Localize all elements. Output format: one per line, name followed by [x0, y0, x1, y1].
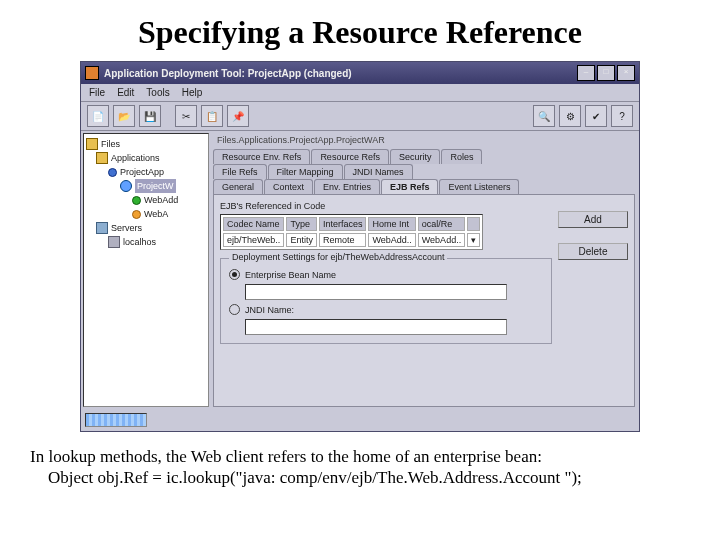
bean-icon [132, 196, 141, 205]
delete-button[interactable]: Delete [558, 243, 628, 260]
radio-bean-name[interactable] [229, 269, 240, 280]
radio-jndi-name-label: JNDI Name: [245, 305, 294, 315]
tabs-row-1: Resource Env. Refs Resource Refs Securit… [213, 149, 635, 164]
body-line-2: Object obj.Ref = ic.lookup("java: comp/e… [30, 467, 690, 488]
col-last[interactable] [467, 217, 480, 231]
tree-weba[interactable]: WebA [144, 207, 168, 221]
search-icon[interactable]: 🔍 [533, 105, 555, 127]
cut-icon[interactable]: ✂ [175, 105, 197, 127]
deploy-icon[interactable]: ⚙ [559, 105, 581, 127]
tab-resource-refs[interactable]: Resource Refs [311, 149, 389, 164]
folder-icon [86, 138, 98, 150]
tree-servers[interactable]: Servers [111, 221, 142, 235]
breadcrumb: Files.Applications.ProjectApp.ProjectWAR [213, 133, 635, 147]
verify-icon[interactable]: ✔ [585, 105, 607, 127]
status-bar [81, 413, 639, 427]
close-button[interactable]: × [617, 65, 635, 81]
tab-env-entries[interactable]: Env. Entries [314, 179, 380, 194]
tab-context[interactable]: Context [264, 179, 313, 194]
col-interfaces[interactable]: Interfaces [319, 217, 367, 231]
tabs-row-3: General Context Env. Entries EJB Refs Ev… [213, 179, 635, 194]
tab-jndi-names[interactable]: JNDI Names [344, 164, 413, 179]
ejb-refs-panel: EJB's Referenced in Code Codec Name Type… [213, 194, 635, 407]
col-local-re[interactable]: ocal/Re [418, 217, 465, 231]
app-window: Application Deployment Tool: ProjectApp … [80, 61, 640, 432]
cell-local[interactable]: WebAdd.. [418, 233, 465, 247]
tab-resource-env-refs[interactable]: Resource Env. Refs [213, 149, 310, 164]
table-row[interactable]: ejb/TheWeb.. Entity Remote WebAdd.. WebA… [223, 233, 480, 247]
radio-jndi-name[interactable] [229, 304, 240, 315]
add-button[interactable]: Add [558, 211, 628, 228]
deployment-legend: Deployment Settings for ejb/TheWebAddres… [229, 252, 447, 262]
tab-security[interactable]: Security [390, 149, 441, 164]
cell-interfaces[interactable]: Remote [319, 233, 367, 247]
help-icon[interactable]: ? [611, 105, 633, 127]
tree-applications[interactable]: Applications [111, 151, 160, 165]
window-title: Application Deployment Tool: ProjectApp … [104, 68, 577, 79]
tree-webadd[interactable]: WebAdd [144, 193, 178, 207]
body-line-1: In lookup methods, the Web client refers… [30, 447, 542, 466]
globe-icon [120, 180, 132, 192]
tree-root[interactable]: Files [101, 137, 120, 151]
app-icon [85, 66, 99, 80]
menu-tools[interactable]: Tools [146, 87, 169, 98]
save-icon[interactable]: 💾 [139, 105, 161, 127]
tab-event-listeners[interactable]: Event Listeners [439, 179, 519, 194]
open-icon[interactable]: 📂 [113, 105, 135, 127]
cell-dropdown-icon[interactable]: ▾ [467, 233, 480, 247]
app-icon [108, 168, 117, 177]
tree-pane[interactable]: Files Applications ProjectApp ProjectW W… [83, 133, 209, 407]
menu-file[interactable]: File [89, 87, 105, 98]
paste-icon[interactable]: 📌 [227, 105, 249, 127]
cell-name[interactable]: ejb/TheWeb.. [223, 233, 284, 247]
slide-title: Specifying a Resource Reference [0, 14, 720, 51]
titlebar: Application Deployment Tool: ProjectApp … [81, 62, 639, 84]
minimize-button[interactable]: – [577, 65, 595, 81]
progress-indicator [85, 413, 147, 427]
server-icon [96, 222, 108, 234]
slide-body: In lookup methods, the Web client refers… [30, 446, 690, 489]
folder-icon [96, 152, 108, 164]
toolbar: 📄 📂 💾 ✂ 📋 📌 🔍 ⚙ ✔ ? [81, 102, 639, 131]
cell-type[interactable]: Entity [286, 233, 317, 247]
tree-projectw[interactable]: ProjectW [135, 179, 176, 193]
content-pane: Files.Applications.ProjectApp.ProjectWAR… [211, 131, 639, 409]
col-codec-name[interactable]: Codec Name [223, 217, 284, 231]
tab-filter-mapping[interactable]: Filter Mapping [268, 164, 343, 179]
menu-edit[interactable]: Edit [117, 87, 134, 98]
tree-localhost[interactable]: localhos [123, 235, 156, 249]
tab-ejb-refs[interactable]: EJB Refs [381, 179, 439, 194]
tabs-row-2: File Refs Filter Mapping JNDI Names [213, 164, 635, 179]
copy-icon[interactable]: 📋 [201, 105, 223, 127]
tab-roles[interactable]: Roles [441, 149, 482, 164]
tab-file-refs[interactable]: File Refs [213, 164, 267, 179]
deployment-settings-group: Deployment Settings for ejb/TheWebAddres… [220, 258, 552, 344]
jndi-name-field[interactable] [245, 319, 507, 335]
ejb-refs-table[interactable]: Codec Name Type Interfaces Home Int ocal… [220, 214, 483, 250]
bean-icon [132, 210, 141, 219]
maximize-button[interactable]: □ [597, 65, 615, 81]
bean-name-field[interactable] [245, 284, 507, 300]
tree-projectapp[interactable]: ProjectApp [120, 165, 164, 179]
host-icon [108, 236, 120, 248]
radio-bean-name-label: Enterprise Bean Name [245, 270, 336, 280]
new-icon[interactable]: 📄 [87, 105, 109, 127]
menubar: File Edit Tools Help [81, 84, 639, 102]
menu-help[interactable]: Help [182, 87, 203, 98]
cell-home[interactable]: WebAdd.. [368, 233, 415, 247]
tab-general[interactable]: General [213, 179, 263, 194]
col-home-int[interactable]: Home Int [368, 217, 415, 231]
col-type[interactable]: Type [286, 217, 317, 231]
group-title: EJB's Referenced in Code [220, 201, 552, 211]
